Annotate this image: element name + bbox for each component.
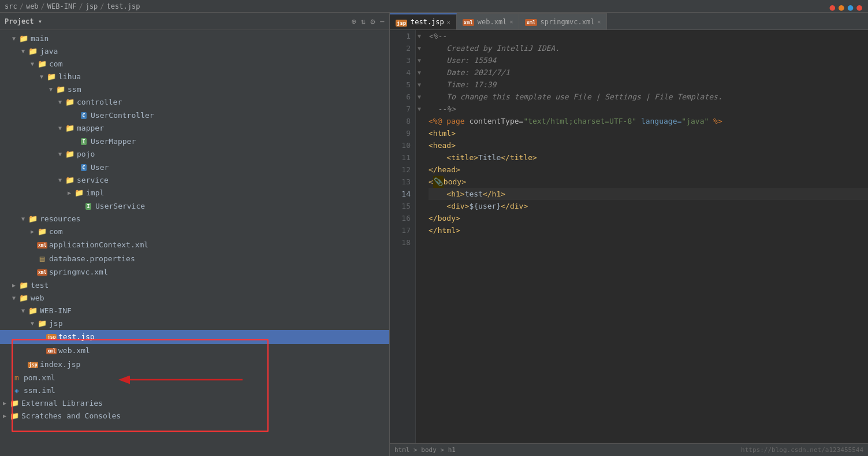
line-numbers: 1 2 3 4 5 6 7 8 9 10 11 12 13 14 15 16 1… <box>390 30 416 443</box>
tree-item-test-jsp[interactable]: jsp test.jsp <box>0 330 389 344</box>
tree-item-ext-libraries[interactable]: ▶ 📁 External Libraries <box>0 397 389 410</box>
tree-item-ssm-iml[interactable]: ◈ ssm.iml <box>0 384 389 397</box>
sidebar-header: Project ▾ ⊕ ⇅ ⚙ − <box>0 13 389 30</box>
tree-item-UserMapper[interactable]: I UserMapper <box>0 135 389 148</box>
code-line-4: Date: 2021/7/1 <box>429 66 868 79</box>
code-line-5: Time: 17:39 <box>429 79 868 91</box>
close-web-xml[interactable]: ✕ <box>509 18 513 25</box>
code-line-1: <%-- <box>429 30 868 42</box>
tree-item-lihua[interactable]: ▼ 📁 lihua <box>0 71 389 83</box>
tab-springmvc-xml[interactable]: xml springmvc.xml ✕ <box>519 13 607 29</box>
tree-item-springmvc-res[interactable]: xml springmvc.xml <box>0 265 389 279</box>
close-springmvc-xml[interactable]: ✕ <box>597 18 601 25</box>
code-content[interactable]: <%-- Created by IntelliJ IDEA. User: 155… <box>424 30 868 443</box>
code-line-18 <box>429 236 868 249</box>
code-line-11: <title>Title</title> <box>429 151 868 164</box>
sidebar-title: Project ▾ <box>5 17 42 25</box>
tree-item-java[interactable]: ▼ 📁 java <box>0 45 389 58</box>
code-line-16: </body> <box>429 212 868 224</box>
tree-item-resources[interactable]: ▼ 📁 resources <box>0 213 389 225</box>
code-line-9: <html> <box>429 127 868 139</box>
code-line-10: <head> <box>429 139 868 151</box>
tree-item-database[interactable]: ▤ database.properties <box>0 252 389 265</box>
code-line-3: User: 15594 <box>429 54 868 66</box>
tree-item-com[interactable]: ▼ 📁 com <box>0 58 389 71</box>
tree-item-web-xml[interactable]: xml web.xml <box>0 344 389 358</box>
tree-item-web[interactable]: ▼ 📁 web <box>0 292 389 305</box>
sort-icon[interactable]: ⇅ <box>361 17 366 26</box>
fold-markers: ▼ ▼ ▼ ▼ ▼ ▼ ▼ <box>416 30 424 443</box>
tree-item-mapper[interactable]: ▼ 📁 mapper <box>0 122 389 135</box>
project-tree: ▼ 📁 main ▼ 📁 java ▼ 📁 com <box>0 30 389 425</box>
top-bar: src / web / WEB-INF / jsp / test.jsp <box>0 0 868 13</box>
minimize-icon[interactable]: − <box>380 17 385 26</box>
locate-icon[interactable]: ⊕ <box>351 17 356 26</box>
tree-item-pom-xml[interactable]: m pom.xml <box>0 372 389 384</box>
tree-item-WEB-INF[interactable]: ▼ 📁 WEB-INF <box>0 305 389 317</box>
tree-item-res-com[interactable]: ▶ 📁 com <box>0 225 389 238</box>
status-bar: html > body > h1 https://blog.csdn.net/a… <box>390 443 868 456</box>
close-icon[interactable]: ● <box>856 2 862 13</box>
tree-item-controller[interactable]: ▼ 📁 controller <box>0 96 389 109</box>
tree-item-pojo[interactable]: ▼ 📁 pojo <box>0 148 389 161</box>
code-editor[interactable]: 1 2 3 4 5 6 7 8 9 10 11 12 13 14 15 16 1… <box>390 30 868 443</box>
code-line-15: <div>${user}</div> <box>429 200 868 212</box>
status-url: https://blog.csdn.net/a123455544 <box>741 446 863 454</box>
tree-item-test[interactable]: ▶ 📁 test <box>0 279 389 292</box>
code-line-7: --%> <box>429 103 868 115</box>
tree-item-User[interactable]: C User <box>0 161 389 174</box>
code-line-13: <📎body> <box>429 176 868 188</box>
code-line-2: Created by IntelliJ IDEA. <box>429 42 868 54</box>
sidebar-toolbar: ⊕ ⇅ ⚙ − <box>351 17 385 26</box>
tree-item-ssm[interactable]: ▼ 📁 ssm <box>0 83 389 96</box>
tab-test-jsp[interactable]: jsp test.jsp ✕ <box>390 13 457 29</box>
tree-item-UserService[interactable]: I UserService <box>0 199 389 213</box>
tab-web-xml[interactable]: xml web.xml ✕ <box>457 13 520 29</box>
code-line-6: To change this template use File | Setti… <box>429 91 868 103</box>
browser-icons: ● ● ● ● <box>829 2 862 13</box>
code-line-8: <%@ page contentType="text/html;charset=… <box>429 115 868 127</box>
code-line-17: </html> <box>429 224 868 236</box>
code-line-14: <h1>test</h1> <box>429 188 868 200</box>
breadcrumb: src / web / WEB-INF / jsp / test.jsp <box>5 2 140 10</box>
tree-item-UserController[interactable]: C UserController <box>0 109 389 122</box>
code-line-12: </head> <box>429 164 868 176</box>
chrome-icon[interactable]: ● <box>829 2 835 13</box>
firefox-icon[interactable]: ● <box>839 2 844 13</box>
tree-item-scratches[interactable]: ▶ 📁 Scratches and Consoles <box>0 410 389 422</box>
editor-tabs: jsp test.jsp ✕ xml web.xml ✕ xml springm… <box>390 13 868 30</box>
tree-item-service[interactable]: ▼ 📁 service <box>0 174 389 187</box>
edge-icon[interactable]: ● <box>848 2 854 13</box>
tree-item-jsp[interactable]: ▼ 📁 jsp <box>0 317 389 330</box>
status-path: html > body > h1 <box>394 446 456 454</box>
tree-item-main[interactable]: ▼ 📁 main <box>0 32 389 45</box>
tree-item-applicationContext[interactable]: xml applicationContext.xml <box>0 238 389 252</box>
tree-item-impl[interactable]: ▶ 📁 impl <box>0 187 389 199</box>
settings-icon[interactable]: ⚙ <box>370 17 375 26</box>
close-test-jsp[interactable]: ✕ <box>447 19 450 25</box>
tree-item-index-jsp[interactable]: jsp index.jsp <box>0 358 389 372</box>
